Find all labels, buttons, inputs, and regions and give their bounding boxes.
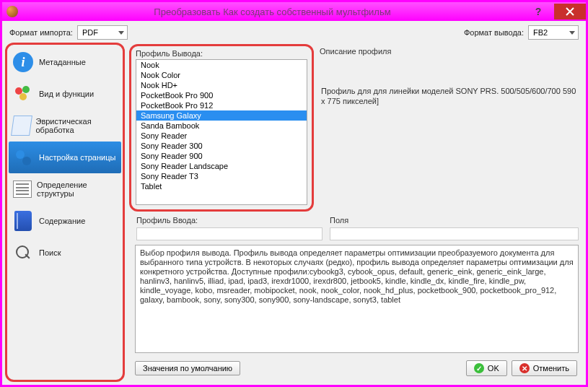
app-icon [2, 6, 22, 17]
svg-point-0 [15, 87, 22, 95]
margins-label: Поля [330, 216, 579, 225]
chevron-down-icon [569, 31, 575, 35]
check-icon: ✓ [474, 363, 484, 373]
svg-point-4 [22, 157, 31, 165]
output-format-select[interactable]: FB2 [528, 25, 579, 40]
ok-button-label: OK [488, 364, 499, 373]
sidebar: iМетаданныеВид и функцииЭвристическая об… [5, 43, 125, 382]
output-format-label: Формат вывода: [464, 28, 524, 37]
profile-option[interactable]: Tablet [136, 181, 307, 191]
sidebar-item-label: Определение структуры [37, 181, 118, 198]
format-row: Формат импорта: PDF Формат вывода: FB2 [2, 21, 586, 43]
info-icon: i [12, 51, 35, 74]
output-profile-label: Профиль Вывода: [136, 49, 307, 58]
profile-option[interactable]: Sony Reader 300 [136, 141, 307, 151]
output-profile-listbox[interactable]: NookNook ColorNook HD+PocketBook Pro 900… [136, 59, 307, 205]
lines-icon [12, 178, 32, 201]
sidebar-item-4[interactable]: Определение структуры [9, 173, 121, 205]
profile-option[interactable]: Sony Reader [136, 131, 307, 141]
button-row: Значения по умолчанию ✓ OK ✕ Отменить [129, 357, 582, 381]
help-text-area: Выбор профиля вывода. Профиль вывода опр… [135, 245, 579, 353]
search-icon [12, 241, 35, 264]
cancel-icon: ✕ [519, 363, 530, 373]
sidebar-item-label: Поиск [39, 248, 61, 257]
import-format-label: Формат импорта: [9, 28, 73, 37]
sidebar-item-label: Настройка страницы [39, 153, 115, 162]
svg-point-3 [16, 150, 25, 159]
profile-option[interactable]: Nook Color [136, 70, 307, 80]
profile-option[interactable]: Sony Reader T3 [136, 171, 307, 181]
sidebar-item-3[interactable]: Настройка страницы [9, 142, 121, 173]
sidebar-item-0[interactable]: iМетаданные [9, 46, 121, 78]
help-button[interactable]: ? [522, 4, 554, 19]
sidebar-item-2[interactable]: Эвристическая обработка [9, 110, 121, 142]
input-profile-label: Профиль Ввода: [136, 216, 322, 225]
sidebar-item-label: Вид и функции [39, 90, 94, 98]
profile-option[interactable]: PocketBook Pro 900 [136, 90, 307, 100]
profile-option[interactable]: Nook [136, 60, 307, 70]
profile-option[interactable]: Samsung Galaxy [136, 110, 307, 121]
output-format-value: FB2 [533, 28, 548, 37]
book-icon [12, 209, 35, 232]
defaults-button[interactable]: Значения по умолчанию [135, 361, 240, 375]
output-profile-section: Профиль Вывода: NookNook ColorNook HD+Po… [129, 44, 314, 212]
sidebar-item-1[interactable]: Вид и функции [9, 78, 121, 110]
chevron-down-icon [118, 31, 124, 35]
svg-point-1 [22, 86, 30, 93]
profile-option[interactable]: PocketBook Pro 912 [136, 100, 307, 110]
main-content: Профиль Вывода: NookNook ColorNook HD+Po… [126, 43, 583, 382]
profile-option[interactable]: Nook HD+ [136, 80, 307, 90]
input-profile-field[interactable] [136, 227, 322, 240]
import-format-select[interactable]: PDF [77, 25, 128, 40]
sidebar-item-label: Метаданные [39, 58, 86, 66]
profile-description-section: Описание профиля Профиль для для линейки… [318, 44, 582, 212]
sidebar-item-5[interactable]: Содержание [9, 205, 121, 237]
sidebar-item-label: Эвристическая обработка [36, 117, 119, 134]
profile-option[interactable]: Sanda Bambook [136, 121, 307, 131]
gear-icon [12, 146, 35, 169]
profile-description-label: Описание профиля [320, 47, 580, 56]
close-icon [566, 7, 574, 16]
profile-description-text: Профиль для для линейки моделей SONY PRS… [320, 57, 580, 106]
sidebar-item-label: Содержание [39, 217, 85, 225]
profile-option[interactable]: Sony Reader 900 [136, 151, 307, 161]
profile-option[interactable]: Sony Reader Landscape [136, 161, 307, 171]
palette-icon [12, 82, 35, 105]
cancel-button-label: Отменить [533, 364, 569, 373]
defaults-button-label: Значения по умолчанию [143, 364, 232, 373]
svg-point-2 [19, 93, 27, 100]
cancel-button[interactable]: ✕ Отменить [512, 360, 577, 376]
titlebar: Преобразовать Как создать собственный му… [2, 2, 586, 21]
window-title: Преобразовать Как создать собственный му… [22, 6, 522, 17]
margins-field[interactable] [330, 227, 579, 240]
ok-button[interactable]: ✓ OK [466, 360, 507, 376]
close-button[interactable] [554, 4, 586, 19]
sidebar-item-6[interactable]: Поиск [9, 237, 121, 269]
dialog-window: Преобразовать Как создать собственный му… [2, 2, 586, 385]
import-format-value: PDF [82, 28, 98, 37]
doc-icon [12, 114, 32, 137]
